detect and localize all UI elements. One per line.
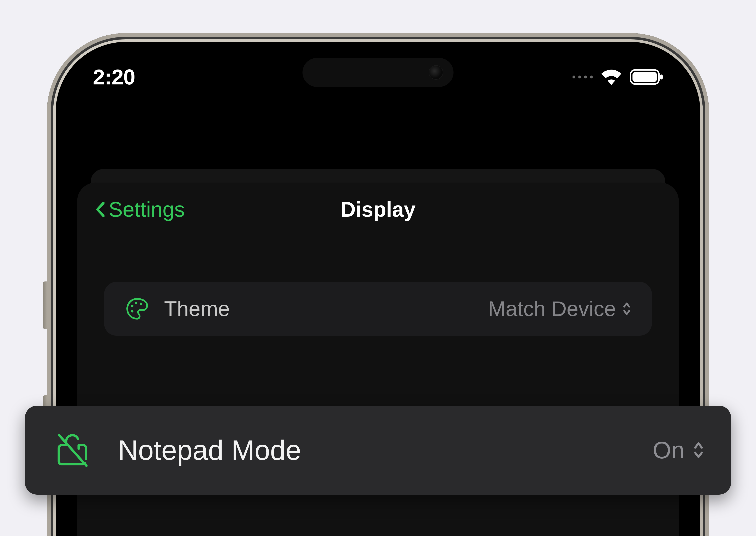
up-down-selector-icon	[693, 441, 704, 459]
wifi-icon	[601, 69, 622, 85]
palette-icon	[125, 296, 149, 321]
bag-off-icon	[52, 429, 93, 471]
cellular-dots-icon	[573, 76, 593, 79]
status-time: 2:20	[93, 65, 135, 89]
battery-icon	[630, 69, 663, 85]
theme-row[interactable]: Theme Match Device	[104, 282, 652, 336]
nav-header: Settings Display	[77, 183, 679, 236]
camera-icon	[429, 65, 443, 80]
volume-button	[43, 282, 47, 329]
svg-point-5	[140, 303, 142, 305]
svg-point-6	[131, 310, 133, 313]
theme-value: Match Device	[488, 297, 631, 321]
svg-rect-1	[633, 72, 657, 82]
notepad-mode-row[interactable]: Notepad Mode On	[25, 406, 731, 495]
dynamic-island	[303, 58, 453, 87]
back-button-label: Settings	[109, 197, 185, 222]
theme-label: Theme	[164, 297, 474, 321]
svg-rect-2	[660, 75, 663, 80]
up-down-selector-icon	[622, 301, 631, 316]
page-title: Display	[341, 197, 416, 222]
settings-section: Theme Match Device	[77, 282, 679, 336]
status-indicators	[573, 69, 663, 85]
back-button[interactable]: Settings	[96, 197, 185, 222]
svg-point-4	[135, 302, 137, 304]
chevron-left-icon	[96, 202, 105, 217]
notepad-mode-value: On	[653, 436, 704, 464]
notepad-mode-label: Notepad Mode	[118, 434, 628, 466]
svg-point-3	[131, 305, 133, 307]
